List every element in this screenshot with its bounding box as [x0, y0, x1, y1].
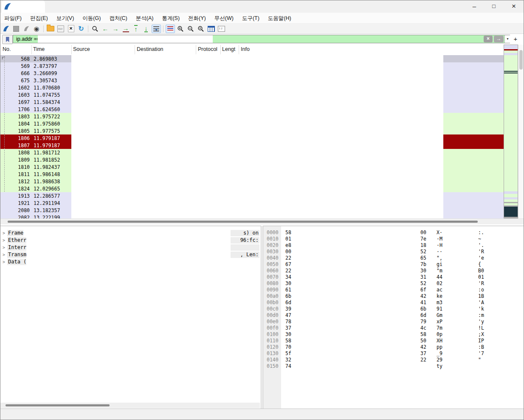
go-first-icon[interactable]: ↑: [131, 25, 141, 33]
hex-byte[interactable]: 67: [285, 261, 291, 268]
hex-byte[interactable]: 6d: [420, 312, 426, 319]
hex-byte[interactable]: 32: [285, 357, 291, 363]
zoom-in-icon[interactable]: [176, 25, 185, 33]
detail-row[interactable]: >Transm, Len:: [0, 251, 260, 258]
hex-byte[interactable]: 52: [420, 280, 426, 287]
display-filter-input[interactable]: ip.addr == × → ▼: [13, 35, 510, 43]
hex-byte[interactable]: 00: [420, 230, 426, 236]
menu-item-analyze[interactable]: 분석(A): [132, 13, 158, 23]
go-previous-icon[interactable]: ←: [101, 25, 110, 33]
hex-byte[interactable]: 74: [285, 363, 291, 370]
menu-item-wireless[interactable]: 무선(W): [210, 13, 238, 23]
capture-restart-icon[interactable]: [22, 25, 31, 33]
resize-columns-icon[interactable]: [206, 25, 216, 33]
expand-chevron-icon[interactable]: >: [3, 245, 7, 250]
hex-byte[interactable]: 34: [285, 274, 291, 280]
packet-list-vscrollbar[interactable]: [518, 45, 524, 218]
zoom-original-icon[interactable]: [196, 25, 206, 33]
hex-row[interactable]: 00602230"mB0: [263, 268, 524, 274]
hex-byte[interactable]: 30: [420, 268, 426, 274]
hex-byte[interactable]: 22: [285, 255, 291, 261]
packet-list-vscrollbar-thumb[interactable]: [519, 50, 523, 70]
hex-row[interactable]: 00402265",'e: [263, 255, 524, 261]
open-file-icon[interactable]: [46, 25, 55, 33]
hex-row[interactable]: 0140322229": [263, 357, 524, 363]
hex-byte[interactable]: 58: [285, 230, 291, 236]
close-file-icon[interactable]: ×: [66, 25, 76, 33]
hex-byte[interactable]: 6f: [420, 287, 426, 293]
filter-bookmark-button[interactable]: [2, 35, 13, 44]
hex-byte[interactable]: 37: [285, 325, 291, 331]
hex-row[interactable]: 00b06d41m3'A: [263, 300, 524, 306]
detail-row[interactable]: >Etherr96:fc:: [0, 237, 260, 244]
column-separator[interactable]: [135, 45, 135, 54]
column-header-info[interactable]: Info: [241, 46, 250, 52]
go-last-icon[interactable]: ↓: [141, 25, 151, 33]
hex-row[interactable]: 00d0476dGm:m: [263, 312, 524, 319]
column-separator[interactable]: [196, 45, 196, 54]
column-separator[interactable]: [31, 45, 32, 54]
expand-chevron-icon[interactable]: >: [3, 231, 7, 235]
hex-byte[interactable]: 01: [285, 236, 291, 242]
hex-byte[interactable]: 47: [285, 312, 291, 319]
hex-row[interactable]: 01105850XHIP: [263, 338, 524, 344]
hex-byte[interactable]: 52: [420, 249, 426, 255]
colorize-icon[interactable]: [166, 25, 175, 33]
filter-dropdown-button[interactable]: ▼: [504, 35, 510, 43]
hex-byte[interactable]: 22: [285, 268, 291, 274]
hex-row[interactable]: 00300052··'R: [263, 249, 524, 255]
menu-item-view[interactable]: 보기(V): [52, 13, 79, 23]
layout-icon[interactable]: [217, 25, 226, 33]
hex-byte[interactable]: 61: [285, 287, 291, 293]
filter-clear-button[interactable]: ×: [484, 36, 493, 42]
menu-item-go[interactable]: 이동(G): [78, 13, 105, 23]
reload-file-icon[interactable]: ↻: [76, 25, 86, 33]
hex-byte[interactable]: 22: [420, 357, 426, 363]
menu-item-tools[interactable]: 도구(T): [238, 13, 264, 23]
hex-byte[interactable]: 7b: [420, 261, 426, 268]
go-next-icon[interactable]: →: [111, 25, 120, 33]
hex-byte[interactable]: 6b: [285, 293, 291, 300]
hex-byte[interactable]: 30: [285, 280, 291, 287]
find-packet-icon[interactable]: [90, 25, 100, 33]
hex-byte[interactable]: 5f: [285, 350, 291, 357]
hex-byte[interactable]: 6b: [420, 306, 426, 312]
hex-byte[interactable]: 4c: [420, 325, 426, 331]
expand-chevron-icon[interactable]: >: [3, 260, 7, 264]
filter-apply-button[interactable]: →: [494, 36, 504, 42]
hex-byte[interactable]: 79: [420, 319, 426, 325]
hex-byte[interactable]: 37: [420, 350, 426, 357]
menu-item-statistics[interactable]: 통계(S): [158, 13, 184, 23]
filter-add-button[interactable]: +: [512, 35, 519, 43]
hex-row[interactable]: 0020e818·H'.: [263, 242, 524, 249]
column-separator[interactable]: [239, 45, 239, 54]
auto-scroll-icon[interactable]: ▼: [152, 25, 161, 33]
hex-byte[interactable]: 78: [285, 319, 291, 325]
wireshark-start-icon[interactable]: [1, 25, 11, 33]
hex-byte[interactable]: 41: [420, 300, 426, 306]
detail-row[interactable]: >Frames) on: [0, 230, 260, 237]
detail-pane-hscrollbar-thumb[interactable]: [6, 404, 110, 406]
column-header-destination[interactable]: Destination: [137, 46, 163, 52]
hex-byte[interactable]: 58: [285, 338, 291, 344]
hex-byte[interactable]: 42: [420, 293, 426, 300]
detail-row[interactable]: >Interr: [0, 244, 260, 251]
menu-item-help[interactable]: 도움말(H): [264, 13, 296, 23]
minimize-button[interactable]: –: [465, 0, 484, 13]
save-raw-icon[interactable]: [56, 25, 65, 33]
hex-row[interactable]: 00c0396b91'k: [263, 306, 524, 312]
expand-chevron-icon[interactable]: >: [3, 252, 7, 257]
menu-item-file[interactable]: 파일(F): [0, 13, 26, 23]
hex-row[interactable]: 00a06b42ke1B: [263, 293, 524, 300]
column-separator[interactable]: [71, 45, 72, 54]
hex-byte[interactable]: e8: [285, 242, 291, 249]
hex-row[interactable]: 0050677bgi{: [263, 261, 524, 268]
hex-byte[interactable]: 58: [420, 331, 426, 338]
hex-byte[interactable]: 50: [420, 338, 426, 344]
hex-row[interactable]: 00f0374c7m!L: [263, 325, 524, 331]
menu-item-telephony[interactable]: 전화(Y): [184, 13, 210, 23]
column-header-no[interactable]: No.: [3, 46, 11, 52]
hex-byte[interactable]: 18: [420, 242, 426, 249]
hex-row[interactable]: 01207042pp:B: [263, 344, 524, 350]
hex-byte[interactable]: 65: [420, 255, 426, 261]
